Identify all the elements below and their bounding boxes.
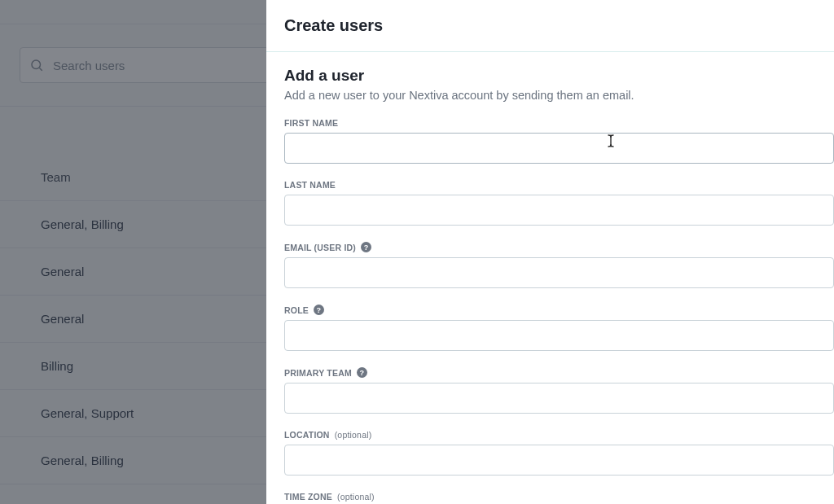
create-users-panel: Create users Add a user Add a new user t…	[266, 0, 834, 504]
first-name-input[interactable]	[284, 133, 834, 164]
field-time-zone: TIME ZONE (optional)	[284, 492, 834, 504]
field-first-name: FIRST NAME	[284, 118, 834, 164]
help-icon[interactable]: ?	[361, 242, 371, 252]
location-label: LOCATION (optional)	[284, 430, 834, 440]
field-last-name: LAST NAME	[284, 180, 834, 226]
last-name-label: LAST NAME	[284, 180, 834, 190]
primary-team-label: PRIMARY TEAM ?	[284, 367, 834, 378]
field-role: ROLE ?	[284, 305, 834, 351]
last-name-input[interactable]	[284, 195, 834, 226]
first-name-label: FIRST NAME	[284, 118, 834, 128]
help-icon[interactable]: ?	[357, 367, 367, 378]
section-title: Add a user	[284, 67, 834, 85]
modal-body: Add a user Add a new user to your Nextiv…	[266, 52, 834, 504]
modal-header: Create users	[266, 0, 834, 45]
location-input[interactable]	[284, 445, 834, 476]
field-email: EMAIL (USER ID) ?	[284, 242, 834, 288]
section-subtitle: Add a new user to your Nextiva account b…	[284, 89, 834, 102]
email-label: EMAIL (USER ID) ?	[284, 242, 834, 252]
role-label: ROLE ?	[284, 305, 834, 315]
modal-title: Create users	[284, 16, 834, 35]
primary-team-input[interactable]	[284, 383, 834, 414]
time-zone-label: TIME ZONE (optional)	[284, 492, 834, 502]
role-input[interactable]	[284, 320, 834, 351]
field-primary-team: PRIMARY TEAM ?	[284, 367, 834, 414]
email-input[interactable]	[284, 257, 834, 288]
help-icon[interactable]: ?	[314, 305, 324, 315]
field-location: LOCATION (optional)	[284, 430, 834, 476]
